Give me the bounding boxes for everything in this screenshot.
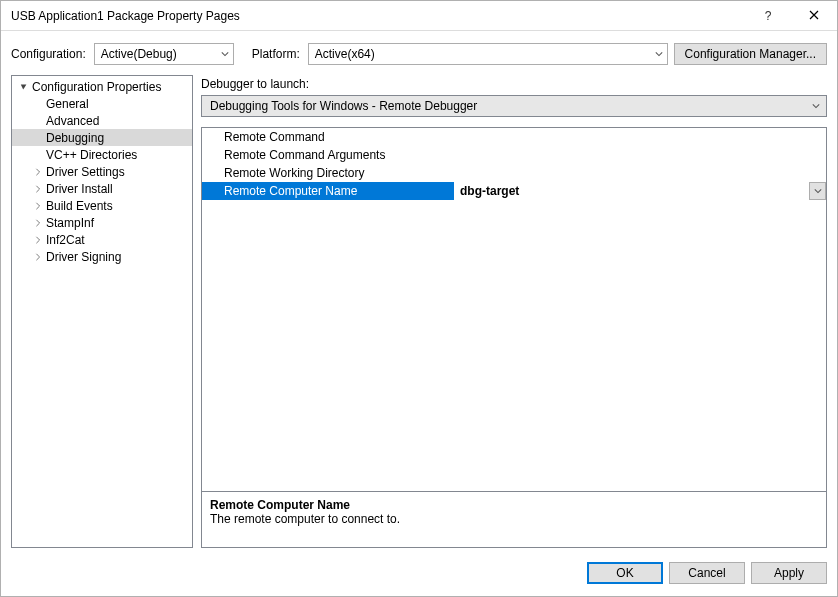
help-button[interactable]: ?	[745, 1, 791, 31]
description-title: Remote Computer Name	[210, 498, 818, 512]
expand-icon	[32, 236, 44, 244]
property-value[interactable]: dbg-target	[454, 182, 826, 200]
platform-value: Active(x64)	[315, 47, 375, 61]
property-row[interactable]: Remote Working Directory	[202, 164, 826, 182]
tree-item-label: General	[44, 97, 89, 111]
window-title: USB Application1 Package Property Pages	[1, 9, 745, 23]
configuration-combo[interactable]: Active(Debug)	[94, 43, 234, 65]
chevron-down-icon	[812, 99, 820, 113]
cancel-button[interactable]: Cancel	[669, 562, 745, 584]
tree-item-label: Driver Install	[44, 182, 113, 196]
close-button[interactable]	[791, 1, 837, 31]
chevron-down-icon	[221, 47, 229, 61]
expand-icon	[32, 202, 44, 210]
tree-item[interactable]: Build Events	[12, 197, 192, 214]
property-value[interactable]	[454, 146, 826, 164]
property-name: Remote Working Directory	[202, 164, 454, 182]
property-value-text: dbg-target	[460, 184, 519, 198]
debugger-launch-label: Debugger to launch:	[201, 75, 827, 95]
expand-icon	[32, 185, 44, 193]
platform-label: Platform:	[252, 47, 300, 61]
configuration-value: Active(Debug)	[101, 47, 177, 61]
tree-item[interactable]: Inf2Cat	[12, 231, 192, 248]
tree-item-label: Inf2Cat	[44, 233, 85, 247]
debugger-launch-value: Debugging Tools for Windows - Remote Deb…	[210, 99, 477, 113]
description-body: The remote computer to connect to.	[210, 512, 818, 526]
debugger-launch-combo[interactable]: Debugging Tools for Windows - Remote Deb…	[201, 95, 827, 117]
tree-item-label: Debugging	[44, 131, 104, 145]
tree-item-label: Advanced	[44, 114, 99, 128]
property-tree[interactable]: Configuration Properties GeneralAdvanced…	[11, 75, 193, 548]
property-grid[interactable]: Remote CommandRemote Command ArgumentsRe…	[201, 127, 827, 492]
tree-item[interactable]: Driver Install	[12, 180, 192, 197]
expand-icon	[32, 253, 44, 261]
ok-button[interactable]: OK	[587, 562, 663, 584]
tree-item[interactable]: Driver Settings	[12, 163, 192, 180]
tree-item[interactable]: Driver Signing	[12, 248, 192, 265]
configuration-manager-button[interactable]: Configuration Manager...	[674, 43, 827, 65]
property-row[interactable]: Remote Computer Namedbg-target	[202, 182, 826, 200]
property-name: Remote Command Arguments	[202, 146, 454, 164]
close-icon	[809, 9, 819, 23]
main-area: Configuration Properties GeneralAdvanced…	[1, 75, 837, 554]
bottom-bar: OK Cancel Apply	[1, 554, 837, 596]
expand-icon	[32, 168, 44, 176]
expand-icon	[32, 219, 44, 227]
tree-item-label: StampInf	[44, 216, 94, 230]
chevron-down-icon	[655, 47, 663, 61]
collapse-icon	[18, 83, 30, 91]
property-name: Remote Command	[202, 128, 454, 146]
property-row[interactable]: Remote Command	[202, 128, 826, 146]
property-value[interactable]	[454, 164, 826, 182]
tree-root-label: Configuration Properties	[30, 80, 161, 94]
tree-root[interactable]: Configuration Properties	[12, 78, 192, 95]
configuration-label: Configuration:	[11, 47, 86, 61]
tree-item-label: VC++ Directories	[44, 148, 137, 162]
tree-item-label: Driver Settings	[44, 165, 125, 179]
right-pane: Debugger to launch: Debugging Tools for …	[201, 75, 827, 548]
tree-item-label: Build Events	[44, 199, 113, 213]
tree-item-label: Driver Signing	[44, 250, 121, 264]
tree-item[interactable]: General	[12, 95, 192, 112]
config-row: Configuration: Active(Debug) Platform: A…	[1, 31, 837, 75]
tree-item[interactable]: StampInf	[12, 214, 192, 231]
apply-button[interactable]: Apply	[751, 562, 827, 584]
tree-item[interactable]: VC++ Directories	[12, 146, 192, 163]
property-name: Remote Computer Name	[202, 182, 454, 200]
platform-combo[interactable]: Active(x64)	[308, 43, 668, 65]
tree-item[interactable]: Debugging	[12, 129, 192, 146]
tree-item[interactable]: Advanced	[12, 112, 192, 129]
property-row[interactable]: Remote Command Arguments	[202, 146, 826, 164]
titlebar: USB Application1 Package Property Pages …	[1, 1, 837, 31]
dropdown-button[interactable]	[809, 182, 826, 200]
description-box: Remote Computer Name The remote computer…	[201, 492, 827, 548]
property-value[interactable]	[454, 128, 826, 146]
